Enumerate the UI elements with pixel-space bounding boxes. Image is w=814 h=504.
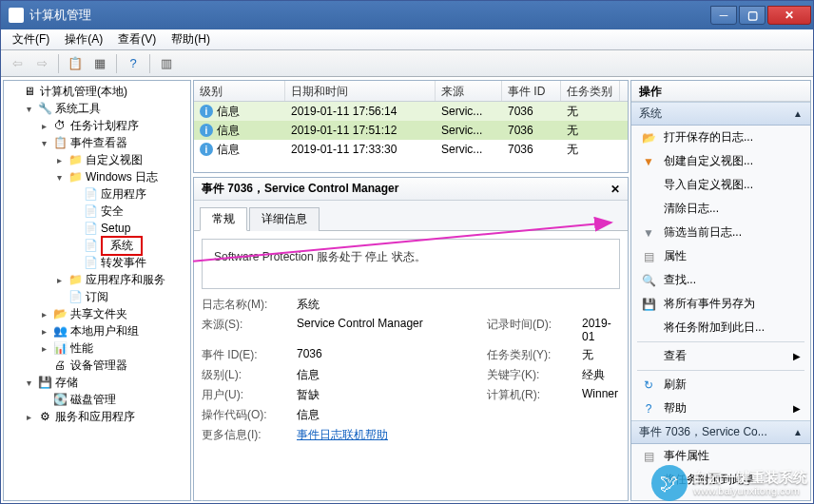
table-row[interactable]: i信息2019-01-11 17:33:30Servic...7036无	[194, 140, 628, 159]
tree-node-事件查看器[interactable]: ▾📋事件查看器	[4, 134, 190, 151]
menu-action[interactable]: 操作(A)	[57, 29, 110, 49]
list-header: 级别日期和时间来源事件 ID任务类别	[194, 81, 628, 102]
tree-node-Windows日志[interactable]: ▾📁Windows 日志	[4, 168, 190, 185]
action-item[interactable]: 📂打开保存的日志...	[631, 126, 810, 149]
action-item[interactable]: 导入自定义视图...	[631, 173, 810, 197]
field-key	[487, 297, 582, 313]
detail-message: Software Protection 服务处于 停止 状态。	[214, 249, 608, 265]
more-info-label: 更多信息(I):	[202, 427, 297, 443]
column-header[interactable]: 日期和时间	[285, 81, 436, 101]
column-header[interactable]: 级别	[194, 81, 285, 101]
twisty-icon[interactable]: ▸	[38, 309, 49, 320]
twisty-icon[interactable]: ▸	[23, 412, 34, 422]
twisty-icon[interactable]: ▸	[53, 155, 65, 165]
online-help-link[interactable]: 事件日志联机帮助	[297, 427, 487, 443]
tree-node-设备管理器[interactable]: 🖨设备管理器	[4, 357, 190, 374]
tree-icon: 📄	[68, 289, 83, 304]
tree-label: 安全	[101, 204, 124, 220]
action-label: 将任务附加到此日...	[664, 320, 765, 336]
twisty-icon[interactable]: ▸	[38, 121, 49, 131]
minimize-button[interactable]: ─	[710, 6, 737, 25]
table-row[interactable]: i信息2019-01-11 17:56:14Servic...7036无	[194, 102, 628, 121]
column-header[interactable]: 任务类别	[561, 81, 620, 101]
tree-node-订阅[interactable]: 📄订阅	[4, 288, 190, 305]
tree-node-计算机管理本地[interactable]: 🖥计算机管理(本地)	[4, 83, 190, 100]
show-hide-button[interactable]: ▦	[89, 53, 110, 74]
help-button[interactable]: ?	[123, 53, 144, 74]
actions-section-event[interactable]: 事件 7036，Service Co...▲	[631, 420, 810, 444]
action-item[interactable]: ▼创建自定义视图...	[631, 149, 810, 173]
field-value	[582, 407, 620, 423]
up-button[interactable]: 📋	[65, 53, 86, 74]
twisty-icon[interactable]: ▸	[38, 326, 49, 337]
action-item[interactable]: ▤事件属性	[631, 444, 810, 468]
menu-help[interactable]: 帮助(H)	[164, 29, 218, 49]
tree-node-共享文件夹[interactable]: ▸📂共享文件夹	[4, 305, 190, 322]
action-item[interactable]: 💾将所有事件另存为	[631, 292, 810, 316]
twisty-icon[interactable]: ▾	[23, 104, 34, 114]
twisty-icon[interactable]: ▾	[38, 138, 49, 148]
action-item[interactable]: 将任务附加到此事...	[631, 468, 810, 492]
action-item[interactable]: 将任务附加到此日...	[631, 316, 810, 339]
table-cell: 7036	[502, 104, 561, 119]
table-cell: 7036	[502, 142, 561, 157]
list-body[interactable]: i信息2019-01-11 17:56:14Servic...7036无i信息2…	[194, 102, 628, 159]
twisty-icon[interactable]: ▸	[38, 343, 49, 354]
tab-details[interactable]: 详细信息	[249, 207, 320, 231]
tree-node-应用程序和服务[interactable]: ▸📁应用程序和服务	[4, 271, 190, 288]
column-header[interactable]: 来源	[436, 81, 502, 101]
action-item[interactable]: ?帮助▶	[631, 397, 810, 420]
tree-icon: 📄	[83, 204, 98, 219]
panel-button[interactable]: ▥	[156, 53, 177, 74]
action-label: 创建自定义视图...	[664, 153, 753, 169]
tree-icon: 👥	[52, 323, 68, 339]
tab-general[interactable]: 常规	[200, 207, 247, 231]
tree-label: 性能	[70, 340, 93, 357]
tree-node-安全[interactable]: 📄安全	[4, 203, 190, 220]
action-item[interactable]: 🔍查找...	[631, 268, 810, 292]
tree-node-转发事件[interactable]: 📄转发事件	[4, 254, 190, 271]
action-item[interactable]: 清除日志...	[631, 197, 810, 221]
detail-close-icon[interactable]: ✕	[610, 183, 620, 196]
tree-node-磁盘管理[interactable]: 💽磁盘管理	[4, 391, 190, 408]
action-item[interactable]: ▤属性	[631, 244, 810, 268]
twisty-icon[interactable]: ▾	[23, 378, 34, 388]
tree-label: 自定义视图	[86, 152, 143, 168]
tree-icon: ⏱	[52, 118, 68, 133]
tree-node-任务计划程序[interactable]: ▸⏱任务计划程序	[4, 117, 190, 134]
tree-label: Setup	[101, 222, 130, 235]
back-button[interactable]: ⇦	[7, 53, 28, 74]
twisty-icon[interactable]: ▸	[53, 275, 65, 285]
tree-node-自定义视图[interactable]: ▸📁自定义视图	[4, 151, 190, 168]
maximize-button[interactable]: ▢	[739, 6, 766, 25]
table-cell: i信息	[194, 141, 285, 159]
detail-body[interactable]: Software Protection 服务处于 停止 状态。 日志名称(M):…	[194, 231, 628, 500]
twisty-icon[interactable]: ▾	[53, 172, 65, 183]
action-item[interactable]: 查看▶	[631, 344, 810, 368]
tree-node-本地用户和组[interactable]: ▸👥本地用户和组	[4, 322, 190, 339]
tree-node-应用程序[interactable]: 📄应用程序	[4, 185, 190, 203]
column-header[interactable]: 事件 ID	[502, 81, 561, 101]
tree-node-系统工具[interactable]: ▾🔧系统工具	[4, 100, 190, 117]
menu-view[interactable]: 查看(V)	[110, 29, 164, 49]
field-key: 日志名称(M):	[202, 297, 297, 313]
tree-label: 共享文件夹	[70, 306, 127, 322]
tree-node-性能[interactable]: ▸📊性能	[4, 339, 190, 357]
action-label: 查找...	[664, 272, 696, 288]
action-item[interactable]: ↻刷新	[631, 373, 810, 397]
tree-node-系统[interactable]: 📄系统	[4, 237, 190, 254]
menu-file[interactable]: 文件(F)	[5, 29, 57, 49]
close-button[interactable]: ✕	[767, 6, 811, 25]
divider	[637, 341, 804, 342]
table-row[interactable]: i信息2019-01-11 17:51:12Servic...7036无	[194, 121, 628, 140]
detail-more-row: 更多信息(I): 事件日志联机帮助	[202, 427, 620, 443]
action-item[interactable]: ▼筛选当前日志...	[631, 221, 810, 244]
tree-node-Setup[interactable]: 📄Setup	[4, 220, 190, 237]
tree-pane[interactable]: 🖥计算机管理(本地)▾🔧系统工具▸⏱任务计划程序▾📋事件查看器▸📁自定义视图▾📁…	[3, 80, 191, 501]
actions-list[interactable]: 系统▲ 📂打开保存的日志...▼创建自定义视图...导入自定义视图...清除日志…	[631, 102, 810, 500]
tree-node-存储[interactable]: ▾💾存储	[4, 374, 190, 391]
actions-section-system[interactable]: 系统▲	[631, 102, 810, 126]
action-icon: 🔍	[641, 274, 656, 287]
tree-node-服务和应用程序[interactable]: ▸⚙服务和应用程序	[4, 408, 190, 425]
forward-button[interactable]: ⇨	[31, 53, 52, 74]
